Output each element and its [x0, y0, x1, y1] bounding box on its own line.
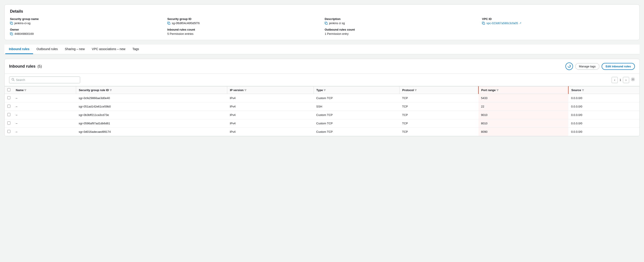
refresh-button[interactable]: [566, 62, 573, 70]
row-protocol-1: TCP: [400, 102, 478, 111]
inbound-rules-panel: Inbound rules (5) Manage tags Edit inbou…: [4, 59, 640, 136]
row-ip-version-0: IPv4: [227, 94, 314, 102]
tab-vpc-associations[interactable]: VPC associations – new: [88, 44, 129, 54]
vpc-id-link[interactable]: vpc-023d67a580c3cfa05: [486, 21, 518, 25]
edit-inbound-rules-button[interactable]: Edit inbound rules: [602, 63, 635, 70]
row-port-range-1: 22: [478, 102, 568, 111]
row-checkbox-cell: [5, 119, 13, 128]
row-type-1: SSH: [314, 102, 400, 111]
owner-label: Owner: [10, 28, 162, 31]
table-row: – sgr-0cfe29866ae3d0e40 IPv4 Custom TCP …: [5, 94, 639, 102]
search-icon: [12, 78, 15, 82]
row-source-0: 0.0.0.0/0: [568, 94, 639, 102]
sg-name-value: jenkins-ci-sg: [10, 21, 162, 25]
detail-item-inbound-count: Inbound rules count 5 Permission entries: [167, 28, 319, 35]
table-row: – sgr-0596af97ad1db6d61 IPv4 Custom TCP …: [5, 119, 639, 128]
row-rule-id-1: sgr-051ad142e61ce59b0: [76, 102, 227, 111]
row-ip-version-1: IPv4: [227, 102, 314, 111]
search-input-wrap: [9, 76, 80, 83]
row-type-2: Custom TCP: [314, 111, 400, 119]
manage-tags-button[interactable]: Manage tags: [575, 63, 600, 70]
row-checkbox-0[interactable]: [7, 96, 10, 99]
header-type: Type ▽: [314, 86, 400, 94]
copy-icon-description[interactable]: [325, 22, 328, 25]
inbound-count-value: 5 Permission entries: [167, 32, 319, 35]
row-source-2: 0.0.0.0/0: [568, 111, 639, 119]
tab-tags[interactable]: Tags: [129, 44, 143, 54]
header-rule-id: Security group rule ID ▽: [76, 86, 227, 94]
detail-item-description: Description jenkins ci sg: [325, 17, 477, 25]
sort-icon-protocol[interactable]: ▽: [415, 89, 416, 91]
refresh-icon: [568, 64, 571, 68]
row-protocol-0: TCP: [400, 94, 478, 102]
page-next-button[interactable]: ›: [623, 77, 629, 83]
owner-value: 448049800169: [10, 32, 162, 35]
header-source: Source ▽: [568, 86, 639, 94]
sg-name-label: Security group name: [10, 17, 162, 21]
details-card: Details Security group name jenkins-ci-s…: [4, 4, 640, 40]
row-checkbox-4[interactable]: [7, 130, 10, 133]
row-rule-id-3: sgr-0596af97ad1db6d61: [76, 119, 227, 128]
sort-icon-ip-version[interactable]: ▽: [244, 89, 246, 91]
table-row: – sgr-0d016adecaed99174 IPv4 Custom TCP …: [5, 128, 639, 136]
row-checkbox-3[interactable]: [7, 121, 10, 125]
row-name-4: –: [13, 128, 76, 136]
outbound-count-value: 1 Permission entry: [325, 32, 477, 35]
sort-icon-source[interactable]: ▽: [582, 89, 584, 91]
sort-icon-name[interactable]: ▽: [24, 89, 26, 91]
external-link-icon: ↗: [519, 22, 521, 25]
row-ip-version-3: IPv4: [227, 119, 314, 128]
details-grid: Security group name jenkins-ci-sg Securi…: [10, 17, 634, 25]
sort-icon-rule-id[interactable]: ▽: [110, 89, 112, 91]
sort-icon-port-range[interactable]: ▽: [497, 89, 498, 91]
row-rule-id-4: sgr-0d016adecaed99174: [76, 128, 227, 136]
select-all-checkbox[interactable]: [7, 88, 10, 91]
copy-icon-vpc-id[interactable]: [482, 22, 485, 25]
copy-icon-owner[interactable]: [10, 32, 13, 35]
details-title: Details: [10, 9, 634, 14]
sg-id-label: Security group ID: [167, 17, 319, 21]
row-checkbox-cell: [5, 128, 13, 136]
header-checkbox-col: [5, 86, 13, 94]
row-protocol-2: TCP: [400, 111, 478, 119]
row-name-0: –: [13, 94, 76, 102]
row-type-3: Custom TCP: [314, 119, 400, 128]
svg-rect-4: [11, 33, 13, 35]
row-source-4: 0.0.0.0/0: [568, 128, 639, 136]
pagination-wrap: ‹ 1 ›: [612, 77, 635, 83]
vpc-id-value: vpc-023d67a580c3cfa05 ↗: [482, 21, 634, 25]
header-port-range: Port range ▽: [478, 86, 568, 94]
svg-rect-3: [483, 23, 485, 24]
row-checkbox-1[interactable]: [7, 105, 10, 108]
search-input[interactable]: [16, 78, 78, 82]
sg-id-text: sg-0fb9f04c46f0d5f76: [172, 21, 200, 25]
copy-icon-sg-id[interactable]: [167, 22, 170, 25]
row-checkbox-cell: [5, 102, 13, 111]
detail-item-sg-id: Security group ID sg-0fb9f04c46f0d5f76: [167, 17, 319, 25]
table-row: – sgr-051ad142e61ce59b0 IPv4 SSH TCP 22 …: [5, 102, 639, 111]
panel-title-count: (5): [38, 64, 42, 68]
chevron-right-icon: ›: [626, 78, 626, 82]
row-port-range-4: 8090: [478, 128, 568, 136]
description-value: jenkins ci sg: [325, 21, 477, 25]
copy-icon-sg-name[interactable]: [10, 22, 13, 25]
row-checkbox-2[interactable]: [7, 113, 10, 116]
page-prev-button[interactable]: ‹: [612, 77, 618, 83]
tab-sharing[interactable]: Sharing – new: [61, 44, 88, 54]
tab-outbound-rules[interactable]: Outbound rules: [33, 44, 62, 54]
tab-inbound-rules[interactable]: Inbound rules: [5, 44, 33, 54]
settings-button[interactable]: [631, 77, 635, 82]
sort-icon-type[interactable]: ▽: [324, 89, 326, 91]
svg-rect-2: [326, 23, 327, 24]
svg-line-6: [14, 80, 14, 81]
row-ip-version-2: IPv4: [227, 111, 314, 119]
panel-title-text: Inbound rules: [9, 64, 36, 68]
description-text: jenkins ci sg: [329, 21, 345, 25]
gear-icon: [631, 77, 635, 81]
svg-rect-1: [168, 23, 170, 24]
sg-name-text: jenkins-ci-sg: [14, 21, 30, 25]
header-ip-version: IP version ▽: [227, 86, 314, 94]
detail-item-outbound-count: Outbound rules count 1 Permission entry: [325, 28, 477, 35]
detail-item-vpc-id: VPC ID vpc-023d67a580c3cfa05 ↗: [482, 17, 634, 25]
svg-point-7: [632, 79, 634, 80]
